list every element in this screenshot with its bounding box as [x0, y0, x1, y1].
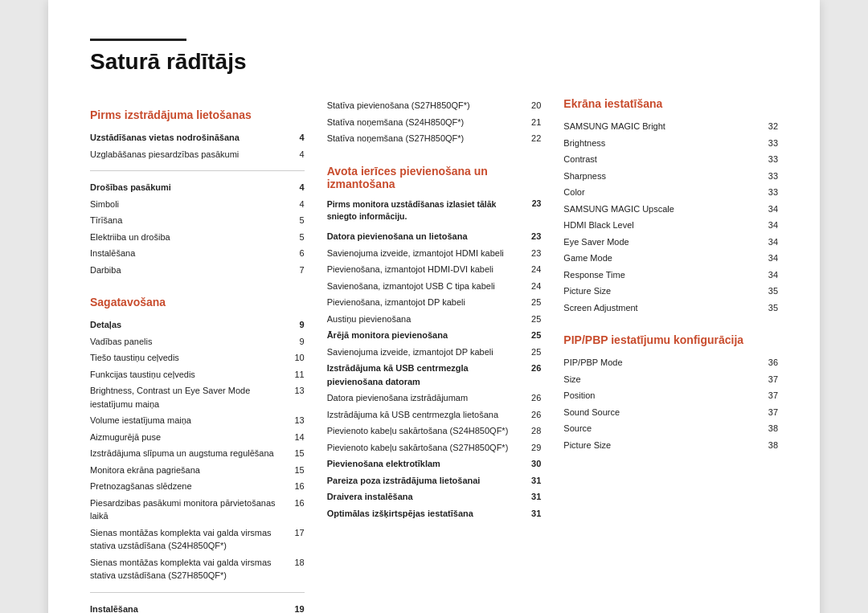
toc-label: Izstrādājuma slīpuma un augstuma regulēš…: [90, 447, 288, 460]
col2-note: Pirms monitora uzstādīšanas izlasiet tāl…: [327, 198, 542, 224]
toc-entry: PIP/PBP Mode36: [563, 354, 778, 371]
toc-num: 37: [768, 373, 778, 386]
toc-entry: Game Mode34: [563, 250, 778, 267]
toc-label: Sienas montāžas komplekta vai galda virs…: [90, 526, 288, 553]
toc-label: Funkcijas taustiņu ceļvedis: [90, 368, 288, 382]
toc-num: 11: [294, 368, 304, 382]
toc-label: Brightness, Contrast un Eye Saver Mode i…: [90, 384, 288, 411]
toc-label: Detaļas: [90, 318, 293, 332]
toc-entry: Simboli4: [90, 196, 305, 213]
toc-label: Savienošana, izmantojot USB C tipa kabel…: [327, 280, 525, 293]
toc-entry: Uzglabāšanas piesardzības pasākumi4: [90, 146, 305, 163]
toc-label: Contrast: [563, 153, 761, 166]
toc-num: 33: [768, 153, 778, 166]
toc-entry: Piesardzibas pasākumi monitora pārvietoš…: [90, 495, 305, 525]
toc-label: Instalēšana: [90, 603, 288, 614]
col3-section2-title: PIP/PBP iestatījumu konfigurācija: [563, 333, 778, 346]
toc-num: 9: [300, 335, 305, 349]
toc-label: Tiešo taustiņu ceļvedis: [90, 351, 288, 365]
toc-entry: Contrast33: [563, 151, 778, 168]
toc-num: 35: [768, 301, 778, 315]
toc-entry: Tīrīšana5: [90, 212, 305, 229]
toc-label: Aizmugurējā puse: [90, 431, 288, 444]
toc-entry: Color33: [563, 184, 778, 201]
toc-num: 25: [531, 313, 541, 326]
toc-entry: Eye Saver Mode34: [563, 234, 778, 251]
toc-num: 15: [294, 447, 304, 460]
toc-num: 15: [294, 464, 304, 477]
toc-num: 21: [531, 116, 541, 129]
toc-label: Statīva noņemšana (S27H850QF*): [327, 132, 525, 145]
toc-num: 26: [531, 408, 541, 422]
divider: [90, 170, 305, 171]
toc-entry: Vadības panelis9: [90, 333, 305, 350]
col3-section1-title: Ekrāna iestatīšana: [563, 97, 778, 110]
toc-label: Sienas montāžas komplekta vai galda virs…: [90, 556, 288, 582]
section1-title: Pirms izstrādājuma lietošanas: [90, 108, 305, 121]
toc-columns: Pirms izstrādājuma lietošanas Uzstādīšan…: [90, 97, 778, 613]
toc-entry: Pretnozagšanas slēdzene16: [90, 478, 305, 495]
toc-entry: Size37: [563, 371, 778, 388]
toc-entry: Drošības pasākumi4: [90, 179, 305, 196]
toc-num: 31: [531, 490, 541, 504]
toc-num: 38: [768, 439, 778, 452]
toc-num: 24: [531, 263, 541, 276]
toc-entry: Instalēšana6: [90, 245, 305, 262]
toc-label: Piesardzibas pasākumi monitora pārvietoš…: [90, 497, 288, 523]
toc-label: PIP/PBP Mode: [563, 356, 761, 370]
col2-section2: Avota ierīces pievienošana un izmantošan…: [327, 165, 542, 522]
col1-section2-entries: Detaļas9Vadības panelis9Tiešo taustiņu c…: [90, 317, 305, 613]
toc-num: 16: [294, 480, 304, 493]
toc-label: Drošības pasākumi: [90, 181, 293, 194]
toc-label: Tīrīšana: [90, 214, 293, 227]
toc-num: 33: [768, 170, 778, 183]
toc-entry: Darbiba7: [90, 262, 305, 279]
toc-entry: Statīva noņemšana (S24H850QF*)21: [327, 114, 542, 131]
toc-entry: Izstrādājuma kā USB centrmezgla lietošan…: [327, 407, 542, 423]
toc-entry: Statīva pievienošana (S27H850QF*)20: [327, 97, 542, 114]
section2-title: Sagatavošana: [90, 296, 305, 309]
col3-section1: Ekrāna iestatīšana SAMSUNG MAGIC Bright3…: [563, 97, 778, 316]
page-title: Saturā rādītājs: [90, 49, 778, 75]
toc-entry: Pievienošana, izmantojot HDMI-DVI kabeli…: [327, 261, 542, 278]
toc-num: 20: [531, 99, 541, 112]
toc-num: 17: [294, 526, 304, 553]
toc-entry: SAMSUNG MAGIC Upscale34: [563, 201, 778, 218]
toc-entry: Source38: [563, 420, 778, 437]
toc-entry: Savienojuma izveide, izmantojot HDMI kab…: [327, 245, 542, 262]
toc-label: Optimālas izšķirtspējas iestatīšana: [327, 507, 525, 521]
toc-label: Pareiza poza izstrādājuma lietošanai: [327, 474, 525, 488]
toc-num: 23: [531, 247, 541, 260]
toc-label: Screen Adjustment: [563, 301, 761, 315]
col3-section1-entries: SAMSUNG MAGIC Bright32Brightness33Contra…: [563, 118, 778, 316]
toc-num: 4: [300, 131, 305, 145]
toc-num: 26: [531, 362, 541, 388]
page: Saturā rādītājs Pirms izstrādājuma lieto…: [48, 0, 820, 613]
toc-num: 26: [531, 391, 541, 405]
toc-label: Brightness: [563, 137, 761, 150]
toc-entry: Elektriiba un drošiba5: [90, 229, 305, 246]
toc-num: 31: [531, 474, 541, 488]
toc-label: Pretnozagšanas slēdzene: [90, 480, 288, 493]
toc-num: 25: [531, 345, 541, 359]
toc-entry: Brightness33: [563, 135, 778, 152]
col3-section2: PIP/PBP iestatījumu konfigurācija PIP/PB…: [563, 333, 778, 453]
toc-num: 24: [531, 280, 541, 293]
toc-num: 6: [300, 247, 305, 260]
toc-num: 34: [768, 251, 778, 265]
col2-note-num: 23: [532, 198, 542, 224]
toc-entry: Funkcijas taustiņu ceļvedis11: [90, 366, 305, 383]
toc-num: 4: [300, 181, 305, 194]
toc-label: Uzglabāšanas piesardzības pasākumi: [90, 148, 293, 161]
toc-label: Elektriiba un drošiba: [90, 231, 293, 244]
toc-num: 28: [531, 424, 541, 438]
toc-label: Picture Size: [563, 284, 761, 298]
toc-label: Sound Source: [563, 406, 761, 419]
toc-num: 36: [768, 356, 778, 370]
toc-num: 13: [294, 384, 304, 411]
toc-label: HDMI Black Level: [563, 219, 761, 232]
toc-label: Savienojuma izveide, izmantojot HDMI kab…: [327, 247, 525, 260]
toc-label: Draivera instalēšana: [327, 490, 525, 504]
col2: Statīva pievienošana (S27H850QF*)20Statī…: [327, 97, 564, 613]
col3: Ekrāna iestatīšana SAMSUNG MAGIC Bright3…: [563, 97, 778, 613]
